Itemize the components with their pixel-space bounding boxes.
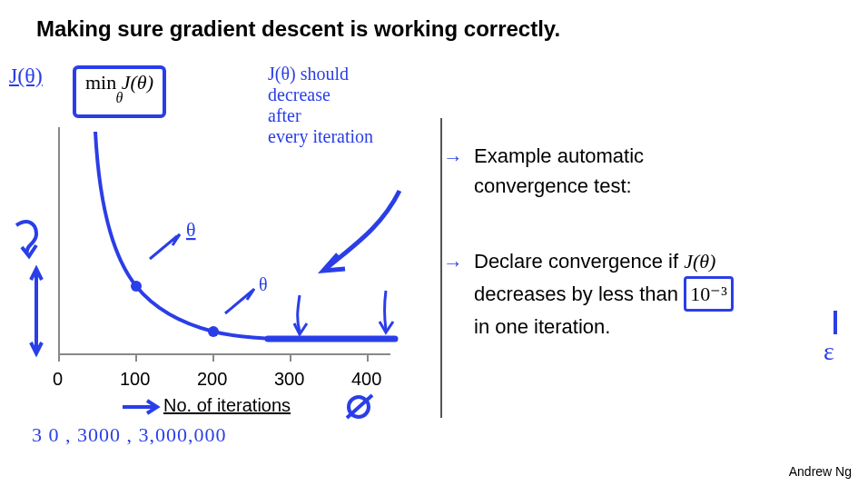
theta-mark-2: θ [259, 274, 268, 294]
right-column: → Example automatic convergence test: → … [463, 141, 853, 387]
theta-mark-1: θ [186, 218, 196, 241]
author-credit: Andrew Ng [789, 464, 852, 479]
note-iteration-scales: 3 0 , 3000 , 3,000,000 [32, 423, 431, 447]
arrow-icon-2: → [443, 248, 463, 278]
epsilon-symbol: ε [824, 337, 834, 363]
note-should-decrease: J(θ) should decrease after every iterati… [268, 64, 440, 147]
tick-0: 0 [53, 369, 63, 390]
marker-100 [131, 281, 142, 292]
cost-curve [95, 132, 390, 340]
tick-100: 100 [120, 369, 150, 390]
epsilon-annotation: ε [813, 309, 858, 363]
page-title: Making sure gradient descent is working … [36, 16, 560, 42]
arrow-icon: → [443, 143, 463, 173]
tick-200: 200 [197, 369, 227, 390]
vertical-divider [440, 118, 442, 418]
tick-400: 400 [351, 369, 381, 390]
chart-area: min J(θ) θ θ θ [9, 64, 436, 463]
x-axis-label: No. of iterations [163, 395, 291, 416]
tick-300: 300 [274, 369, 304, 390]
example-test-text: → Example automatic convergence test: [463, 141, 853, 201]
declare-convergence-text: → Declare convergence if J(θ) decreases … [463, 246, 853, 342]
j-theta-inline: J(θ) [684, 250, 715, 273]
marker-200 [208, 326, 219, 337]
epsilon-box: 10⁻³ [684, 276, 734, 312]
down-arrow-icon [294, 323, 307, 334]
